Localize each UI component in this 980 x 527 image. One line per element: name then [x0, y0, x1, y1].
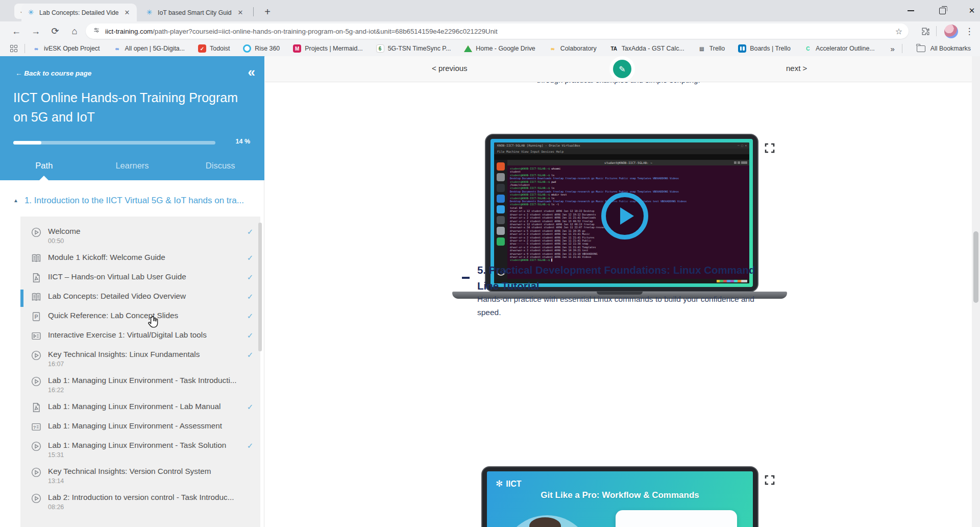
course-item[interactable]: Lab 1: Managing Linux Environment - Task… [20, 372, 260, 398]
item-title: Lab 1: Managing Linux Environment - Task… [48, 441, 240, 450]
tab-discuss[interactable]: Discuss [176, 157, 264, 180]
bookmark-item[interactable]: Boards | Trello [738, 44, 791, 53]
video-title: Git Like a Pro: Workflow & Commands [487, 490, 753, 500]
play-button[interactable] [601, 193, 648, 239]
bookmark-item[interactable]: ∞ivESK Opeb Project [32, 44, 100, 53]
video-icon [31, 493, 42, 504]
course-sidebar: ← Back to course page « IICT Online Hand… [0, 56, 264, 527]
extensions-icon[interactable] [917, 21, 934, 41]
completed-check-icon: ✓ [240, 402, 260, 412]
item-title: Quick Reference: Lab Concept Slides [48, 311, 240, 320]
sidebar-header: ← Back to course page « IICT Online Hand… [0, 56, 264, 180]
address-bar[interactable]: iict-training.com/path-player?courseid=i… [86, 23, 909, 39]
play-icon [620, 207, 634, 225]
terminal-titlebar: student@KNOB-IICT-5GLAB: ~ [507, 160, 749, 165]
course-item[interactable]: Welcome00:50✓ [20, 223, 260, 249]
bookmark-item[interactable]: ▤Trello [698, 44, 725, 53]
window-close-button[interactable]: ✕ [958, 0, 980, 21]
tab-close-icon[interactable]: ✕ [236, 8, 245, 17]
bookmark-favicon: TA [610, 44, 618, 53]
window-minimize-button[interactable] [896, 0, 925, 21]
course-item[interactable]: PQuick Reference: Lab Concept Slides✓ [20, 307, 260, 326]
laptop-screen: ✻ IICT Git Like a Pro: Workflow & Comman… [487, 471, 753, 527]
fullscreen-button[interactable] [764, 474, 776, 486]
tab-divider [253, 7, 254, 16]
bookmark-item[interactable]: 65G-TSN TimeSync P... [376, 44, 451, 53]
section-collapse-icon: ▲ [13, 198, 18, 203]
course-item[interactable]: Lab Concepts: Detailed Video Overview✓ [20, 288, 260, 307]
item-title: Lab 2: Introduction to version control -… [48, 493, 240, 502]
item-title: IICT – Hands-on Virtual Lab User Guide [48, 272, 240, 281]
home-button[interactable]: ⌂ [65, 21, 84, 41]
course-item[interactable]: Lab 1: Managing Linux Environment - Task… [20, 437, 260, 463]
bookmarks-overflow-chevron[interactable]: » [890, 44, 894, 53]
page-scrollbar-thumb[interactable] [973, 231, 978, 303]
bookmark-item[interactable]: ∞All open | 5G-Digita... [113, 44, 185, 53]
course-title: IICT Online Hands-on Training Program on… [13, 88, 243, 127]
bookmark-label: TaxAdda - GST Calc... [622, 45, 684, 52]
ubuntu-top-panel [494, 154, 749, 160]
bookmark-item[interactable]: ✓Todoist [198, 44, 230, 53]
bookmarks-divider [24, 44, 25, 53]
bookmarks-bar: ∞ivESK Opeb Project∞All open | 5G-Digita… [0, 41, 980, 57]
site-favicon: ✳ [145, 8, 154, 17]
book-icon [31, 253, 42, 264]
browser-tab-active[interactable]: ✳ Lab Concepts: Detailed Video O ✕ [21, 4, 137, 21]
completed-check-icon: ✓ [240, 331, 260, 340]
tab-learners[interactable]: Learners [88, 157, 177, 180]
bookmark-label: Home - Google Drive [476, 45, 535, 52]
bookmark-favicon: M [293, 44, 301, 53]
bookmark-item[interactable]: ∞Colaboratory [549, 44, 597, 53]
pdf-icon [31, 402, 42, 413]
window-restore-button[interactable] [928, 0, 957, 21]
virtualbox-menubar: File Machine View Input Devices Help [494, 149, 749, 154]
edit-button[interactable]: ✎ [613, 60, 631, 78]
bookmark-item[interactable]: MProjects | Mermaid... [293, 44, 362, 53]
bookmark-item[interactable]: CAccelerator Outline... [804, 44, 875, 53]
item-title: Lab 1: Managing Linux Environment - Asse… [48, 421, 240, 430]
course-item[interactable]: Lab 1: Managing Linux Environment - Lab … [20, 398, 260, 417]
completed-check-icon: ✓ [240, 312, 260, 321]
tab-path[interactable]: Path [0, 157, 88, 180]
pdf-icon [31, 272, 42, 283]
apps-grid-icon[interactable] [10, 45, 17, 52]
course-item[interactable]: ?Lab 1: Managing Linux Environment - Ass… [20, 417, 260, 437]
toolbar-divider [936, 26, 937, 36]
forward-button[interactable]: → [27, 21, 45, 41]
back-to-course-link[interactable]: ← Back to course page [15, 69, 91, 77]
tab-close-icon[interactable]: ✕ [122, 8, 132, 17]
course-item[interactable]: Lab 2: Introduction to version control -… [20, 489, 260, 515]
reload-button[interactable]: ⟳ [46, 21, 64, 41]
item-title: Key Technical Insights: Version Control … [48, 467, 240, 476]
course-item[interactable]: Key Technical Insights: Linux Fundamenta… [20, 346, 260, 372]
sidebar-collapse-icon[interactable]: « [248, 65, 255, 79]
previous-button[interactable]: < previous [432, 64, 468, 73]
bookmark-favicon: 6 [376, 44, 384, 53]
completed-check-icon: ✓ [240, 273, 260, 282]
all-bookmarks-button[interactable]: All Bookmarks [917, 45, 971, 52]
bookmark-item[interactable]: Home - Google Drive [464, 44, 535, 53]
next-button[interactable]: next > [786, 64, 807, 73]
bookmark-item[interactable]: TATaxAdda - GST Calc... [610, 44, 684, 53]
item-duration: 15:31 [48, 451, 240, 459]
back-button[interactable]: ← [7, 21, 26, 41]
book-icon [31, 292, 42, 303]
bookmark-star-icon[interactable]: ☆ [895, 27, 902, 36]
course-item[interactable]: Interactive Exercise 1: Virtual/Digital … [20, 326, 260, 346]
course-item[interactable]: Key Technical Insights: Version Control … [20, 463, 260, 489]
sidebar-scrollbar-thumb[interactable] [258, 223, 262, 351]
bookmark-favicon: ∞ [32, 44, 40, 53]
browser-tab-inactive[interactable]: ✳ IoT based Smart City Guided Pr ✕ [140, 4, 250, 21]
section-toggle-minus[interactable] [462, 277, 470, 279]
fullscreen-button[interactable] [764, 142, 776, 154]
video-icon [31, 376, 42, 387]
browser-menu-icon[interactable]: ⋮ [962, 21, 977, 41]
new-tab-button[interactable]: + [260, 5, 275, 19]
bookmark-label: All open | 5G-Digita... [125, 45, 185, 52]
bookmark-item[interactable]: Rise 360 [243, 44, 280, 53]
site-info-icon[interactable] [93, 27, 100, 36]
course-item[interactable]: IICT – Hands-on Virtual Lab User Guide✓ [20, 268, 260, 288]
course-item[interactable]: Module 1 Kickoff: Welcome Guide✓ [20, 249, 260, 268]
profile-avatar[interactable] [942, 21, 960, 41]
section-header[interactable]: ▲1. Introduction to the IICT Virtual 5G … [13, 196, 253, 206]
